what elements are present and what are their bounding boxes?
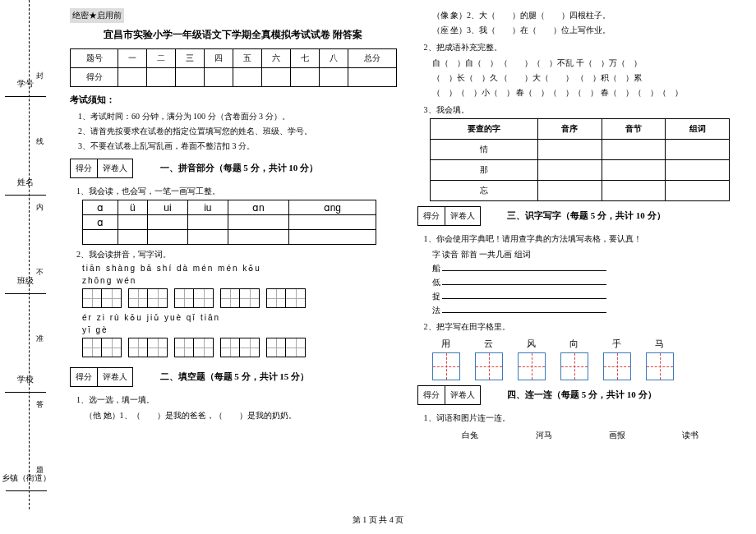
notice-2: 2、请首先按要求在试卷的指定位置填写您的姓名、班级、学号。 (78, 124, 397, 139)
s3-q2: 2、把字写在田字格里。 (417, 321, 744, 333)
right-column: （像 象）2、大（ ）的腿（ ）四根柱子。 （座 坐）3、我（ ）在（ ）位上写… (417, 8, 744, 501)
section-1-title: 一、拼音部分（每题 5 分，共计 10 分） (160, 162, 319, 174)
tianzi-row-2 (70, 338, 397, 357)
connect-words: 白兔 河马 画报 读书 (417, 426, 744, 444)
secret-label: 绝密★启用前 (70, 8, 124, 23)
dict-char-3: 捉 (432, 292, 440, 301)
section-score-box-3: 得分 评卷人 (417, 206, 481, 226)
s2-q1: 1、选一选，填一填。 (70, 394, 397, 406)
dict-char-2: 低 (432, 278, 440, 287)
dict-char-4: 法 (432, 306, 440, 315)
section-4-title: 四、连一连（每题 5 分，共计 10 分） (507, 389, 657, 401)
s1-q1: 1、我会读，也会写，一笔一画写工整。 (70, 186, 397, 197)
section-score-box-4: 得分 评卷人 (417, 385, 481, 405)
score-summary-table: 题号 一 二 三 四 五 六 七 八 总分 得分 (70, 48, 397, 87)
score-label: 得分 (71, 68, 118, 87)
s1-q2: 2、我会读拼音，写字词。 (70, 249, 397, 260)
idiom-1: 自（ ）自（ ） （ ）（ ）不乱 千（ ）万（ ） (417, 56, 744, 71)
margin-xuehao: 学号 (17, 79, 34, 88)
section-3-title: 三、识字写字（每题 5 分，共计 10 分） (507, 209, 666, 222)
s2-q2: 2、把成语补充完整。 (417, 42, 744, 53)
s4-q1: 1、词语和图片连一连。 (417, 412, 744, 424)
section-score-box-2: 得分 评卷人 (70, 367, 133, 387)
idiom-2: （ ）长（ ）久 （ ）大（ ） （ ）积（ ）累 (417, 71, 744, 85)
section-2-title: 二、填空题（每题 5 分，共计 15 分） (160, 371, 310, 383)
s3-q1: 1、你会使用字典吧！请用查字典的方法填写表格，要认真！ (417, 233, 744, 245)
margin-xuexiao: 学校 (17, 375, 34, 384)
section-score-box-1: 得分 评卷人 (70, 159, 133, 178)
tianzi-row-1 (70, 288, 397, 308)
margin-banji: 班级 (17, 276, 34, 285)
pinyin-row-b: ér zi rù kǒu jiǔ yuè qī tiān (70, 313, 397, 322)
score-row-label: 题号 (71, 49, 118, 68)
hanzi-practice-row: 用 云 风 向 手 马 (417, 338, 744, 380)
paper-title: 宜昌市实验小学一年级语文下学期全真模拟考试试卷 附答案 (70, 28, 397, 42)
s2-line3: （座 坐）3、我（ ）在（ ）位上写作业。 (417, 23, 744, 38)
pinyin-row-b2: yī gè (70, 325, 397, 334)
s2-q3: 3、我会填。 (417, 104, 744, 116)
char-lookup-table: 要查的字 音序 音节 组词 情 那 忘 (430, 118, 731, 201)
s2-line2: （像 象）2、大（ ）的腿（ ）四根柱子。 (417, 8, 744, 23)
binding-dashed-line (29, 0, 30, 509)
margin-xingming: 姓名 (17, 177, 34, 186)
pinyin-row-a2: zhōng wén (70, 276, 397, 285)
margin-xiangzhen: 乡镇（街道） (2, 473, 51, 482)
notice-title: 考试须知： (70, 94, 397, 106)
pinyin-row-a: tiān shàng bā shí dà mén mén kǒu (70, 264, 397, 273)
pinyin-writing-table: ɑüui iuɑnɑng ɑ (82, 200, 376, 245)
dict-header: 字 读音 部首 一共几画 组词 (417, 247, 744, 261)
left-column: 绝密★启用前 宜昌市实验小学一年级语文下学期全真模拟考试试卷 附答案 题号 一 … (70, 8, 397, 501)
idiom-3: （ ）（ ）小（ ） 春（ ）（ ）（ ） 春（ ）（ ）（ ） (417, 85, 744, 100)
dict-char-1: 船 (432, 264, 440, 273)
page-footer: 第 1 页 共 4 页 (0, 509, 756, 531)
s2-line1: （他 她）1、（ ）是我的爸爸，（ ）是我的奶奶。 (70, 408, 397, 423)
binding-margin: 乡镇（街道） 学校 班级 姓名 学号 题 答 准 不 内 线 封 (0, 0, 58, 509)
notice-1: 1、考试时间：60 分钟，满分为 100 分（含卷面分 3 分）。 (78, 109, 397, 124)
notice-3: 3、不要在试卷上乱写乱画，卷面不整洁扣 3 分。 (78, 139, 397, 154)
